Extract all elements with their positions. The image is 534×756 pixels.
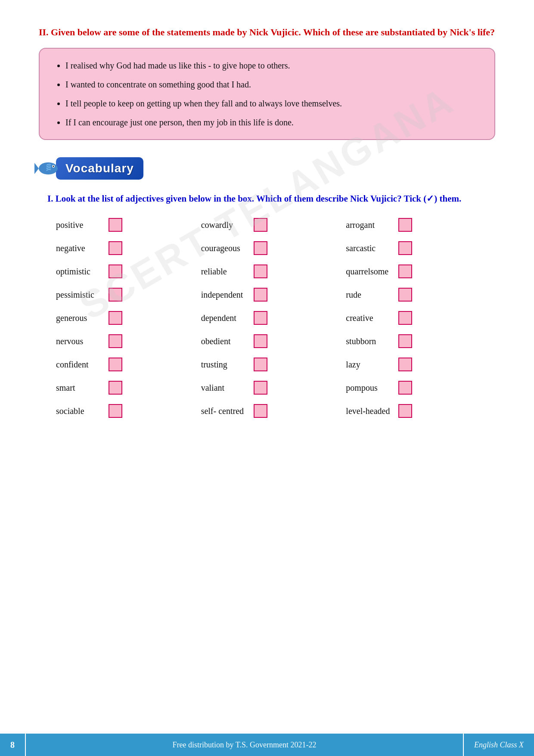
adj-cell-stubborn: stubborn — [346, 334, 487, 348]
adj-checkbox[interactable] — [398, 358, 412, 371]
adj-word: valiant — [201, 383, 248, 393]
adj-word: arrogant — [346, 220, 393, 230]
adj-word: sarcastic — [346, 243, 393, 253]
adj-word: obedient — [201, 336, 248, 346]
adj-checkbox[interactable] — [254, 264, 267, 278]
adj-checkbox[interactable] — [398, 264, 412, 278]
vocabulary-banner: Vocabulary — [34, 157, 495, 180]
adj-cell-rude: rude — [346, 288, 487, 302]
adj-cell-confident: confident — [56, 358, 197, 371]
adj-checkbox[interactable] — [254, 334, 267, 348]
adj-word: confident — [56, 360, 103, 370]
adj-word: independent — [201, 290, 248, 300]
svg-marker-1 — [34, 163, 39, 174]
adj-word: stubborn — [346, 336, 393, 346]
adj-cell-trusting: trusting — [201, 358, 342, 371]
adj-checkbox[interactable] — [254, 404, 267, 418]
adj-checkbox[interactable] — [398, 218, 412, 232]
adj-cell-optimistic: optimistic — [56, 264, 197, 278]
adj-word: creative — [346, 313, 393, 323]
bullet-item-4: If I can encourage just one person, then… — [65, 116, 479, 129]
svg-point-3 — [53, 165, 54, 167]
fish-icon — [34, 158, 60, 179]
adj-checkbox[interactable] — [398, 381, 412, 395]
adjectives-grid: positive cowardly arrogant negative cour… — [39, 218, 495, 418]
adj-cell-independent: independent — [201, 288, 342, 302]
adj-checkbox[interactable] — [109, 264, 122, 278]
adj-checkbox[interactable] — [109, 381, 122, 395]
adj-word: reliable — [201, 267, 248, 277]
adj-checkbox[interactable] — [398, 311, 412, 325]
adj-checkbox[interactable] — [109, 311, 122, 325]
adj-cell-courageous: courageous — [201, 241, 342, 255]
adj-cell-cowardly: cowardly — [201, 218, 342, 232]
adj-word: pompous — [346, 383, 393, 393]
footer-page-number: 8 — [0, 734, 26, 756]
adj-word: nervous — [56, 336, 103, 346]
adj-cell-pompous: pompous — [346, 381, 487, 395]
adj-word: dependent — [201, 313, 248, 323]
adj-checkbox[interactable] — [109, 218, 122, 232]
adj-cell-lazy: lazy — [346, 358, 487, 371]
adj-word: positive — [56, 220, 103, 230]
adj-word: generous — [56, 313, 103, 323]
adj-cell-positive: positive — [56, 218, 197, 232]
section-ii: II. Given below are some of the statemen… — [39, 26, 495, 140]
adj-checkbox[interactable] — [254, 288, 267, 302]
page-footer: 8 Free distribution by T.S. Government 2… — [0, 734, 534, 756]
adj-cell-generous: generous — [56, 311, 197, 325]
adj-checkbox[interactable] — [109, 241, 122, 255]
section-ii-heading: II. Given below are some of the statemen… — [39, 26, 495, 39]
adj-checkbox[interactable] — [254, 218, 267, 232]
adj-cell-sociable: sociable — [56, 404, 197, 418]
adj-cell-negative: negative — [56, 241, 197, 255]
adj-checkbox[interactable] — [398, 334, 412, 348]
adj-cell-pessimistic: pessimistic — [56, 288, 197, 302]
adj-cell-reliable: reliable — [201, 264, 342, 278]
adj-checkbox[interactable] — [398, 404, 412, 418]
bullet-list: I realised why God had made us like this… — [55, 59, 479, 129]
adj-checkbox[interactable] — [398, 241, 412, 255]
adj-cell-level-headed: level-headed — [346, 404, 487, 418]
adj-cell-smart: smart — [56, 381, 197, 395]
footer-center-text: Free distribution by T.S. Government 202… — [26, 740, 463, 750]
footer-right-text: English Class X — [463, 734, 534, 756]
adj-word: cowardly — [201, 220, 248, 230]
adj-checkbox[interactable] — [398, 288, 412, 302]
adj-word: pessimistic — [56, 290, 103, 300]
adj-word: trusting — [201, 360, 248, 370]
bullet-item-2: I wanted to concentrate on something goo… — [65, 78, 479, 91]
adj-checkbox[interactable] — [109, 404, 122, 418]
adj-word: negative — [56, 243, 103, 253]
bullet-item-3: I tell people to keep on getting up when… — [65, 97, 479, 110]
adj-word: courageous — [201, 243, 248, 253]
adj-word: lazy — [346, 360, 393, 370]
adj-checkbox[interactable] — [254, 381, 267, 395]
adj-word: smart — [56, 383, 103, 393]
adj-word: optimistic — [56, 267, 103, 277]
vocabulary-label: Vocabulary — [65, 162, 134, 175]
adj-checkbox[interactable] — [254, 241, 267, 255]
bullet-item-1: I realised why God had made us like this… — [65, 59, 479, 72]
adj-checkbox[interactable] — [109, 288, 122, 302]
adj-cell-nervous: nervous — [56, 334, 197, 348]
adj-cell-obedient: obedient — [201, 334, 342, 348]
adj-word: quarrelsome — [346, 267, 393, 277]
adj-cell-sarcastic: sarcastic — [346, 241, 487, 255]
adj-cell-arrogant: arrogant — [346, 218, 487, 232]
adj-word: level-headed — [346, 406, 393, 416]
adj-cell-dependent: dependent — [201, 311, 342, 325]
section-i: I. Look at the list of adjectives given … — [39, 193, 495, 418]
adj-checkbox[interactable] — [254, 311, 267, 325]
adj-checkbox[interactable] — [254, 358, 267, 371]
adj-cell-creative: creative — [346, 311, 487, 325]
adj-cell-quarrelsome: quarrelsome — [346, 264, 487, 278]
vocabulary-label-box: Vocabulary — [56, 157, 143, 180]
adj-checkbox[interactable] — [109, 358, 122, 371]
adj-checkbox[interactable] — [109, 334, 122, 348]
adj-word: sociable — [56, 406, 103, 416]
pink-box: I realised why God had made us like this… — [39, 48, 495, 140]
adj-cell-self-centred: self- centred — [201, 404, 342, 418]
adj-word: self- centred — [201, 406, 248, 416]
adj-cell-valiant: valiant — [201, 381, 342, 395]
